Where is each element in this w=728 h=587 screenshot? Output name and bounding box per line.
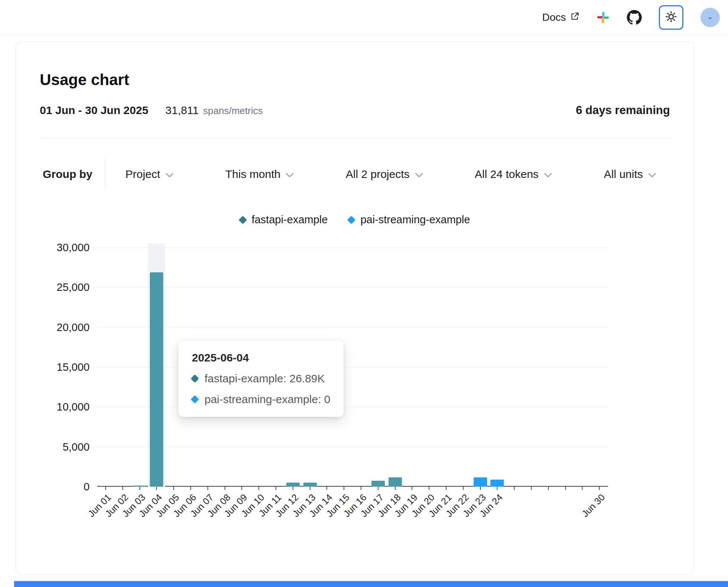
total-unit: spans/metrics: [203, 105, 262, 117]
x-axis-tick: [378, 487, 379, 490]
chart-tooltip: 2025-06-04 fastapi-example: 26.89K pai-s…: [178, 340, 344, 417]
days-remaining: 6 days remaining: [576, 104, 670, 117]
chart-legend: fastapi-example pai-streaming-example: [40, 214, 670, 226]
dropdown-label: All 24 tokens: [475, 168, 539, 181]
legend-item-pai-streaming[interactable]: pai-streaming-example: [348, 214, 470, 226]
x-axis-tick: [344, 487, 344, 490]
x-axis-tick: [463, 487, 464, 490]
divider: [40, 138, 670, 138]
dropdown-label: All 2 projects: [346, 168, 410, 181]
gridline: [97, 447, 608, 447]
x-axis-tick: [258, 487, 259, 490]
chevron-down-icon: [165, 168, 174, 181]
usage-stats-row: 01 Jun - 30 Jun 2025 31,811 spans/metric…: [40, 104, 670, 117]
x-axis-tick: [531, 487, 532, 490]
tooltip-row: pai-streaming-example: 0: [192, 393, 330, 406]
x-axis-label: Jun 30: [563, 492, 607, 536]
y-axis-label: 30,000: [41, 241, 90, 254]
x-axis-tick: [207, 487, 208, 490]
dropdown-label: This month: [225, 168, 280, 181]
chevron-down-icon: [415, 168, 423, 181]
gridline: [97, 287, 608, 288]
x-axis-tick: [361, 487, 361, 490]
dropdown-label: All units: [604, 168, 643, 181]
gridline: [97, 407, 608, 407]
legend-label: pai-streaming-example: [360, 214, 470, 226]
chevron-down-icon: [648, 168, 656, 181]
tooltip-diamond-icon: [191, 374, 199, 383]
x-axis-tick: [173, 487, 174, 490]
x-axis-tick: [156, 487, 157, 490]
x-axis-tick: [514, 487, 515, 490]
x-axis-tick: [395, 487, 396, 490]
chevron-down-icon: [544, 168, 552, 181]
tooltip-row-text: pai-streaming-example: 0: [204, 393, 330, 406]
filter-dropdowns: Project This month All 2 projects All 24…: [125, 168, 656, 181]
avatar-label: -: [708, 12, 712, 23]
chart-plot-area: 2025-06-04 fastapi-example: 26.89K pai-s…: [97, 244, 608, 487]
date-range: 01 Jun - 30 Jun 2025: [40, 104, 148, 117]
y-axis-label: 5,000: [41, 441, 90, 453]
gridline: [97, 327, 608, 327]
dropdown-label: Project: [125, 168, 160, 181]
bar-fastapi-example[interactable]: [150, 272, 163, 487]
github-icon[interactable]: [627, 10, 642, 25]
external-link-icon: [570, 12, 579, 23]
x-axis-tick: [122, 487, 123, 490]
tooltip-diamond-icon: [191, 395, 199, 404]
gridline: [97, 247, 608, 248]
docs-link-label: Docs: [542, 12, 566, 23]
vertical-divider: [105, 159, 105, 190]
tooltip-row-text: fastapi-example: 26.89K: [204, 372, 325, 385]
theme-toggle-button[interactable]: [659, 5, 683, 30]
x-axis-tick: [497, 487, 497, 490]
sun-icon: [665, 10, 677, 24]
bar-pai-streaming-example[interactable]: [474, 477, 487, 487]
filter-groupby-value-dropdown[interactable]: Project: [125, 168, 173, 181]
x-axis-tick: [446, 487, 447, 490]
legend-diamond-icon: [238, 215, 247, 224]
user-avatar[interactable]: -: [700, 8, 720, 27]
bar-fastapi-example[interactable]: [303, 483, 317, 487]
x-axis-tick: [225, 487, 225, 490]
tooltip-row: fastapi-example: 26.89K: [192, 372, 330, 385]
y-axis-label: 25,000: [41, 281, 90, 294]
filter-bar: Group by Project This month All 2 projec…: [40, 159, 670, 190]
usage-chart: 2025-06-04 fastapi-example: 26.89K pai-s…: [40, 244, 670, 545]
x-axis-tick: [190, 487, 191, 490]
x-axis-tick: [412, 487, 412, 490]
x-axis-tick: [276, 487, 276, 490]
x-axis-tick: [548, 487, 549, 490]
y-axis-label: 0: [41, 480, 90, 493]
legend-item-fastapi[interactable]: fastapi-example: [240, 214, 328, 226]
group-by-label: Group by: [43, 168, 92, 181]
total-count: 31,811: [165, 104, 199, 117]
filter-units-dropdown[interactable]: All units: [604, 168, 656, 181]
x-axis-tick: [429, 487, 429, 490]
top-header: Docs -: [0, 0, 728, 35]
docs-link[interactable]: Docs: [542, 12, 579, 23]
filter-timerange-dropdown[interactable]: This month: [225, 168, 294, 181]
chevron-down-icon: [286, 168, 294, 181]
bar-pai-streaming-example[interactable]: [490, 480, 504, 487]
gridline: [97, 367, 608, 367]
x-axis-tick: [582, 487, 583, 490]
y-axis-label: 10,000: [41, 400, 90, 413]
bar-fastapi-example[interactable]: [286, 483, 300, 487]
x-axis-tick: [139, 487, 140, 490]
x-axis-tick: [480, 487, 481, 490]
tooltip-date: 2025-06-04: [192, 351, 330, 364]
bar-fastapi-example[interactable]: [371, 481, 385, 487]
x-axis-tick: [599, 487, 600, 490]
x-axis-tick: [293, 487, 293, 490]
filter-projects-dropdown[interactable]: All 2 projects: [346, 168, 423, 181]
bar-fastapi-example[interactable]: [133, 486, 146, 487]
legend-label: fastapi-example: [252, 214, 328, 226]
x-axis-tick: [326, 487, 327, 490]
slack-icon[interactable]: [596, 11, 610, 24]
x-axis-tick: [241, 487, 242, 490]
bottom-banner: [14, 581, 728, 587]
bar-fastapi-example[interactable]: [389, 477, 402, 487]
y-axis-label: 15,000: [41, 361, 90, 373]
filter-tokens-dropdown[interactable]: All 24 tokens: [475, 168, 552, 181]
